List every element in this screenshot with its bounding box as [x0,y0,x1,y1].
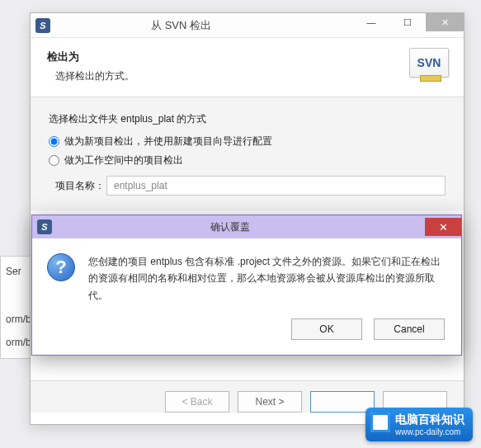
confirm-overwrite-dialog: S 确认覆盖 ✕ ? 您创建的项目 entplus 包含有标准 .project… [31,215,462,356]
radio-new-project-input[interactable] [49,136,59,147]
bg-tab: Ser [6,266,21,277]
checkout-mode-label: 选择检出文件夹 entplus_plat 的方式 [49,112,446,126]
wizard-content: 选择检出文件夹 entplus_plat 的方式 做为新项目检出，并使用新建项目… [31,97,464,210]
wizard-header: 检出为 选择检出的方式。 SVN [31,38,464,97]
modal-body: ? 您创建的项目 entplus 包含有标准 .project 文件之外的资源。… [32,238,461,312]
next-button[interactable]: Next > [238,391,302,413]
window-title: 从 SVN 检出 [9,18,353,33]
modal-close-button[interactable]: ✕ [425,218,461,236]
project-name-input[interactable] [106,176,446,196]
modal-message: 您创建的项目 entplus 包含有标准 .project 文件之外的资源。如果… [88,253,446,304]
site-url: www.pc-daily.com [395,427,464,436]
modal-cancel-button[interactable]: Cancel [374,318,445,340]
back-button[interactable]: < Back [165,391,229,413]
close-button[interactable]: ✕ [426,13,464,31]
radio-new-project[interactable]: 做为新项目检出，并使用新建项目向导进行配置 [49,134,446,149]
site-name: 电脑百科知识 [395,413,464,427]
project-name-row: 项目名称： [49,176,446,196]
window-controls: — ☐ ✕ [353,13,464,37]
minimize-button[interactable]: — [353,13,389,31]
site-watermark-badge: 电脑百科知识 www.pc-daily.com [365,408,473,441]
bg-line1: orm/b [6,314,31,325]
ok-button[interactable]: OK [291,318,362,340]
wizard-subtitle: 选择检出的方式。 [47,69,447,83]
wizard-heading: 检出为 [47,50,447,64]
radio-new-project-label: 做为新项目检出，并使用新建项目向导进行配置 [64,134,272,149]
modal-button-row: OK Cancel [32,312,461,355]
finish-button[interactable] [310,391,375,413]
radio-workspace-project[interactable]: 做为工作空间中的项目检出 [49,153,446,167]
question-icon: ? [47,253,75,281]
titlebar: S 从 SVN 检出 — ☐ ✕ [31,13,464,38]
radio-workspace-project-input[interactable] [49,155,59,166]
modal-title: 确认覆盖 [35,220,425,234]
modal-titlebar: S 确认覆盖 ✕ [32,215,461,238]
bg-line2: orm/b [6,337,31,348]
radio-workspace-project-label: 做为工作空间中的项目检出 [64,153,183,167]
project-name-label: 项目名称： [49,179,106,193]
svn-logo-icon: SVN [409,48,449,78]
maximize-button[interactable]: ☐ [389,13,426,31]
